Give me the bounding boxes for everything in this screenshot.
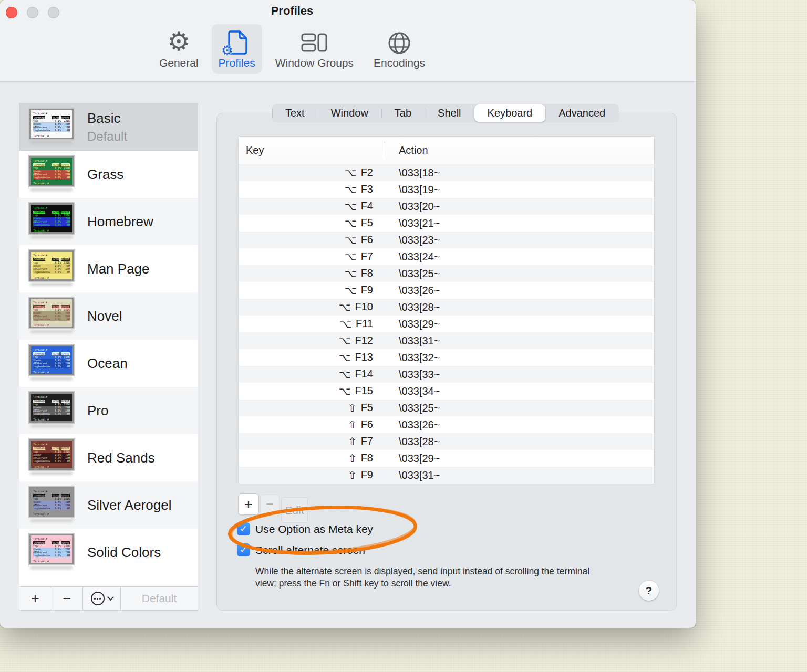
table-row[interactable]: ⌥ F14 \033[33~ bbox=[239, 366, 654, 383]
key-label: F5 bbox=[361, 402, 373, 414]
table-row[interactable]: ⇧ F7 \033[28~ bbox=[239, 433, 654, 450]
key-label: F5 bbox=[361, 217, 373, 229]
use-option-as-meta-checkbox-row[interactable]: Use Option as Meta key bbox=[237, 522, 373, 536]
table-row[interactable]: ⌥ F12 \033[31~ bbox=[239, 332, 654, 349]
add-profile-button[interactable]: + bbox=[19, 587, 51, 610]
table-row[interactable]: ⌥ F5 \033[21~ bbox=[239, 215, 654, 232]
scroll-alternate-screen-checkbox-row[interactable]: Scroll alternate screen bbox=[237, 543, 365, 556]
profile-thumbnail: Terminal# COMMAND %CPU RPRVT top4.1%231K… bbox=[26, 439, 77, 476]
key-label: F6 bbox=[361, 234, 373, 246]
profile-list-item[interactable]: Terminal# COMMAND %CPU RPRVT top4.1%231K… bbox=[19, 529, 198, 576]
profile-thumbnail: Terminal# COMMAND %CPU RPRVT top4.1%231K… bbox=[26, 203, 77, 240]
profile-list-item[interactable]: Terminal# COMMAND %CPU RPRVT top4.1%231K… bbox=[19, 245, 198, 292]
table-row[interactable]: ⇧ F9 \033[31~ bbox=[239, 467, 654, 484]
modifier-key-glyph: ⇧ bbox=[348, 469, 357, 481]
titlebar: Profiles ⚙ General ⚙ Profiles bbox=[0, 0, 696, 82]
modifier-key-glyph: ⌥ bbox=[339, 318, 351, 330]
checkbox-checked-icon[interactable] bbox=[237, 522, 250, 536]
table-row[interactable]: ⌥ F10 \033[28~ bbox=[239, 299, 654, 316]
table-row[interactable]: ⌥ F11 \033[29~ bbox=[239, 316, 654, 332]
profile-list-footer: + − Default bbox=[19, 586, 198, 610]
remove-profile-button[interactable]: − bbox=[51, 587, 83, 610]
key-label: F11 bbox=[356, 318, 373, 330]
table-row[interactable]: ⌥ F2 \033[18~ bbox=[239, 164, 654, 181]
action-value: \033[29~ bbox=[385, 318, 654, 330]
help-button[interactable]: ? bbox=[639, 581, 659, 601]
profile-list-item[interactable]: Terminal# COMMAND %CPU RPRVT top4.1%231K… bbox=[19, 151, 198, 198]
profile-list-item[interactable]: Terminal# COMMAND %CPU RPRVT top4.1%231K… bbox=[19, 434, 198, 481]
column-header-key[interactable]: Key bbox=[239, 136, 385, 164]
key-label: F7 bbox=[361, 435, 373, 448]
profile-name: Red Sands bbox=[87, 450, 155, 466]
tab[interactable]: Shell bbox=[425, 104, 474, 122]
key-label: F4 bbox=[361, 200, 373, 213]
mapping-actions: + − Edit bbox=[238, 494, 308, 523]
column-header-action[interactable]: Action bbox=[385, 136, 654, 164]
table-row[interactable]: ⌥ F15 \033[34~ bbox=[239, 383, 654, 400]
profile-thumbnail: Terminal# COMMAND %CPU RPRVT top4.1%231K… bbox=[26, 534, 77, 571]
key-label: F6 bbox=[361, 418, 373, 431]
action-value: \033[20~ bbox=[385, 201, 654, 213]
tab[interactable]: Tab bbox=[381, 104, 425, 122]
toolbar-item-window-groups[interactable]: Window Groups bbox=[268, 24, 360, 74]
table-row[interactable]: ⌥ F3 \033[19~ bbox=[239, 181, 654, 198]
modifier-key-glyph: ⌥ bbox=[345, 267, 357, 280]
key-label: F15 bbox=[355, 385, 373, 397]
modifier-key-glyph: ⌥ bbox=[338, 385, 350, 397]
key-label: F2 bbox=[361, 166, 373, 179]
profile-name: Pro bbox=[87, 403, 108, 419]
profile-name: Ocean bbox=[87, 355, 128, 372]
profile-list-item[interactable]: Terminal# COMMAND %CPU RPRVT top4.1%231K… bbox=[19, 292, 198, 340]
action-value: \033[23~ bbox=[385, 234, 654, 246]
table-row[interactable]: ⇧ F8 \033[29~ bbox=[239, 450, 654, 467]
toolbar-item-profiles[interactable]: ⚙ Profiles bbox=[212, 24, 262, 74]
action-value: \033[21~ bbox=[385, 217, 654, 229]
table-row[interactable]: ⌥ F8 \033[25~ bbox=[239, 265, 654, 282]
ellipsis-icon bbox=[91, 592, 105, 605]
profile-list-item[interactable]: Terminal# COMMAND %CPU RPRVT top4.1%231K… bbox=[19, 481, 198, 529]
key-label: F12 bbox=[355, 334, 373, 347]
edit-mapping-button[interactable]: Edit bbox=[281, 497, 308, 523]
modifier-key-glyph: ⌥ bbox=[345, 284, 357, 297]
action-value: \033[31~ bbox=[385, 335, 654, 347]
add-mapping-button[interactable]: + bbox=[238, 494, 259, 515]
table-row[interactable]: ⌥ F6 \033[23~ bbox=[239, 232, 654, 248]
action-value: \033[32~ bbox=[385, 352, 654, 364]
tab[interactable]: Text bbox=[272, 104, 318, 122]
profile-list-item[interactable]: Terminal# COMMAND %CPU RPRVT top4.1%231K… bbox=[19, 387, 198, 434]
profile-list-item[interactable]: Terminal# COMMAND %CPU RPRVT top4.1%231K… bbox=[19, 198, 198, 245]
toolbar-item-encodings[interactable]: Encodings bbox=[367, 24, 432, 74]
profile-thumbnail: Terminal# COMMAND %CPU RPRVT top4.1%231K… bbox=[26, 345, 77, 382]
more-options-button[interactable] bbox=[83, 587, 121, 610]
table-header: Key Action bbox=[239, 136, 654, 164]
tab[interactable]: Advanced bbox=[545, 104, 618, 122]
table-row[interactable]: ⌥ F13 \033[32~ bbox=[239, 349, 654, 366]
profile-name: Silver Aerogel bbox=[87, 497, 171, 513]
key-label: F8 bbox=[361, 452, 373, 465]
table-row[interactable]: ⌥ F4 \033[20~ bbox=[239, 198, 654, 215]
remove-mapping-button[interactable]: − bbox=[260, 495, 280, 514]
table-row[interactable]: ⌥ F9 \033[26~ bbox=[239, 282, 654, 299]
table-body: ⌥ F2 \033[18~ ⌥ F3 \033[19~ bbox=[239, 164, 654, 484]
set-default-button[interactable]: Default bbox=[121, 587, 198, 610]
profile-name: Basic bbox=[87, 110, 127, 127]
modifier-key-glyph: ⌥ bbox=[345, 200, 357, 213]
tab[interactable]: Keyboard bbox=[474, 104, 546, 122]
profile-list-item[interactable]: Terminal# COMMAND %CPU RPRVT top4.1%231K… bbox=[19, 340, 198, 387]
profile-sidebar: Terminal# COMMAND %CPU RPRVT top4.1%231K… bbox=[19, 103, 198, 611]
modifier-key-glyph: ⌥ bbox=[345, 217, 357, 229]
toolbar-item-general[interactable]: ⚙ General bbox=[152, 24, 205, 74]
modifier-key-glyph: ⇧ bbox=[348, 402, 357, 414]
profile-thumbnail: Terminal# COMMAND %CPU RPRVT top4.1%231K… bbox=[26, 487, 77, 523]
table-row[interactable]: ⇧ F6 \033[26~ bbox=[239, 416, 654, 433]
key-label: F8 bbox=[361, 267, 373, 280]
tab[interactable]: Window bbox=[318, 104, 381, 122]
table-row[interactable]: ⌥ F7 \033[24~ bbox=[239, 248, 654, 265]
profile-subtitle: Default bbox=[87, 129, 127, 144]
profile-list-item[interactable]: Terminal# COMMAND %CPU RPRVT top4.1%231K… bbox=[19, 103, 198, 151]
profile-document-icon: ⚙ bbox=[226, 28, 248, 55]
modifier-key-glyph: ⌥ bbox=[338, 301, 350, 313]
table-row[interactable]: ⇧ F5 \033[25~ bbox=[239, 400, 654, 416]
profile-name: Grass bbox=[87, 166, 123, 183]
checkbox-checked-icon[interactable] bbox=[237, 543, 250, 556]
